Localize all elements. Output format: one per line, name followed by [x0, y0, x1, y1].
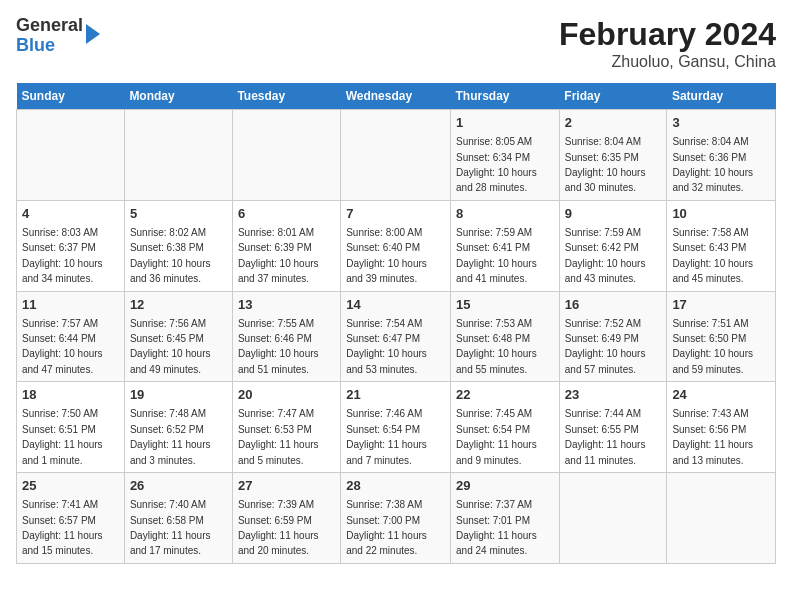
- calendar-table: SundayMondayTuesdayWednesdayThursdayFrid…: [16, 83, 776, 564]
- calendar-cell: 9Sunrise: 7:59 AM Sunset: 6:42 PM Daylig…: [559, 200, 667, 291]
- calendar-cell: 6Sunrise: 8:01 AM Sunset: 6:39 PM Daylig…: [232, 200, 340, 291]
- calendar-cell: [559, 473, 667, 564]
- day-number: 11: [22, 296, 119, 314]
- page-header: General Blue February 2024 Zhuoluo, Gans…: [16, 16, 776, 71]
- calendar-cell: [124, 110, 232, 201]
- weekday-header-monday: Monday: [124, 83, 232, 110]
- calendar-cell: 4Sunrise: 8:03 AM Sunset: 6:37 PM Daylig…: [17, 200, 125, 291]
- title-block: February 2024 Zhuoluo, Gansu, China: [559, 16, 776, 71]
- calendar-cell: 18Sunrise: 7:50 AM Sunset: 6:51 PM Dayli…: [17, 382, 125, 473]
- day-number: 5: [130, 205, 227, 223]
- calendar-cell: 10Sunrise: 7:58 AM Sunset: 6:43 PM Dayli…: [667, 200, 776, 291]
- day-number: 22: [456, 386, 554, 404]
- day-info: Sunrise: 7:47 AM Sunset: 6:53 PM Dayligh…: [238, 408, 319, 465]
- calendar-cell: [341, 110, 451, 201]
- day-number: 18: [22, 386, 119, 404]
- day-info: Sunrise: 8:04 AM Sunset: 6:36 PM Dayligh…: [672, 136, 753, 193]
- day-info: Sunrise: 7:59 AM Sunset: 6:41 PM Dayligh…: [456, 227, 537, 284]
- day-number: 15: [456, 296, 554, 314]
- calendar-cell: 29Sunrise: 7:37 AM Sunset: 7:01 PM Dayli…: [451, 473, 560, 564]
- day-number: 24: [672, 386, 770, 404]
- day-number: 3: [672, 114, 770, 132]
- calendar-cell: 17Sunrise: 7:51 AM Sunset: 6:50 PM Dayli…: [667, 291, 776, 382]
- day-info: Sunrise: 8:00 AM Sunset: 6:40 PM Dayligh…: [346, 227, 427, 284]
- calendar-body: 1Sunrise: 8:05 AM Sunset: 6:34 PM Daylig…: [17, 110, 776, 564]
- calendar-cell: 8Sunrise: 7:59 AM Sunset: 6:41 PM Daylig…: [451, 200, 560, 291]
- day-number: 10: [672, 205, 770, 223]
- calendar-cell: 7Sunrise: 8:00 AM Sunset: 6:40 PM Daylig…: [341, 200, 451, 291]
- day-number: 12: [130, 296, 227, 314]
- day-number: 1: [456, 114, 554, 132]
- calendar-cell: 11Sunrise: 7:57 AM Sunset: 6:44 PM Dayli…: [17, 291, 125, 382]
- calendar-subtitle: Zhuoluo, Gansu, China: [559, 53, 776, 71]
- calendar-cell: 2Sunrise: 8:04 AM Sunset: 6:35 PM Daylig…: [559, 110, 667, 201]
- day-number: 29: [456, 477, 554, 495]
- day-number: 9: [565, 205, 662, 223]
- calendar-week-1: 1Sunrise: 8:05 AM Sunset: 6:34 PM Daylig…: [17, 110, 776, 201]
- calendar-cell: 24Sunrise: 7:43 AM Sunset: 6:56 PM Dayli…: [667, 382, 776, 473]
- calendar-header: SundayMondayTuesdayWednesdayThursdayFrid…: [17, 83, 776, 110]
- day-number: 8: [456, 205, 554, 223]
- calendar-cell: 19Sunrise: 7:48 AM Sunset: 6:52 PM Dayli…: [124, 382, 232, 473]
- weekday-header-friday: Friday: [559, 83, 667, 110]
- logo: General Blue: [16, 16, 100, 56]
- day-number: 14: [346, 296, 445, 314]
- day-number: 6: [238, 205, 335, 223]
- logo-arrow-icon: [86, 24, 100, 44]
- weekday-header-thursday: Thursday: [451, 83, 560, 110]
- day-number: 23: [565, 386, 662, 404]
- day-info: Sunrise: 7:43 AM Sunset: 6:56 PM Dayligh…: [672, 408, 753, 465]
- calendar-cell: 14Sunrise: 7:54 AM Sunset: 6:47 PM Dayli…: [341, 291, 451, 382]
- day-number: 4: [22, 205, 119, 223]
- logo-text: General Blue: [16, 16, 83, 56]
- day-info: Sunrise: 7:56 AM Sunset: 6:45 PM Dayligh…: [130, 318, 211, 375]
- calendar-week-3: 11Sunrise: 7:57 AM Sunset: 6:44 PM Dayli…: [17, 291, 776, 382]
- weekday-header-sunday: Sunday: [17, 83, 125, 110]
- day-number: 19: [130, 386, 227, 404]
- day-info: Sunrise: 7:57 AM Sunset: 6:44 PM Dayligh…: [22, 318, 103, 375]
- calendar-cell: 5Sunrise: 8:02 AM Sunset: 6:38 PM Daylig…: [124, 200, 232, 291]
- calendar-week-2: 4Sunrise: 8:03 AM Sunset: 6:37 PM Daylig…: [17, 200, 776, 291]
- calendar-cell: 22Sunrise: 7:45 AM Sunset: 6:54 PM Dayli…: [451, 382, 560, 473]
- day-info: Sunrise: 7:38 AM Sunset: 7:00 PM Dayligh…: [346, 499, 427, 556]
- day-info: Sunrise: 7:46 AM Sunset: 6:54 PM Dayligh…: [346, 408, 427, 465]
- calendar-cell: [667, 473, 776, 564]
- day-number: 17: [672, 296, 770, 314]
- calendar-cell: 1Sunrise: 8:05 AM Sunset: 6:34 PM Daylig…: [451, 110, 560, 201]
- calendar-cell: 13Sunrise: 7:55 AM Sunset: 6:46 PM Dayli…: [232, 291, 340, 382]
- day-info: Sunrise: 8:03 AM Sunset: 6:37 PM Dayligh…: [22, 227, 103, 284]
- day-number: 2: [565, 114, 662, 132]
- calendar-cell: 27Sunrise: 7:39 AM Sunset: 6:59 PM Dayli…: [232, 473, 340, 564]
- calendar-cell: 21Sunrise: 7:46 AM Sunset: 6:54 PM Dayli…: [341, 382, 451, 473]
- day-info: Sunrise: 7:41 AM Sunset: 6:57 PM Dayligh…: [22, 499, 103, 556]
- day-number: 27: [238, 477, 335, 495]
- day-info: Sunrise: 8:05 AM Sunset: 6:34 PM Dayligh…: [456, 136, 537, 193]
- day-info: Sunrise: 8:04 AM Sunset: 6:35 PM Dayligh…: [565, 136, 646, 193]
- day-number: 28: [346, 477, 445, 495]
- weekday-header-saturday: Saturday: [667, 83, 776, 110]
- day-info: Sunrise: 7:44 AM Sunset: 6:55 PM Dayligh…: [565, 408, 646, 465]
- day-info: Sunrise: 7:48 AM Sunset: 6:52 PM Dayligh…: [130, 408, 211, 465]
- weekday-header-tuesday: Tuesday: [232, 83, 340, 110]
- day-info: Sunrise: 7:55 AM Sunset: 6:46 PM Dayligh…: [238, 318, 319, 375]
- day-info: Sunrise: 7:45 AM Sunset: 6:54 PM Dayligh…: [456, 408, 537, 465]
- day-info: Sunrise: 7:50 AM Sunset: 6:51 PM Dayligh…: [22, 408, 103, 465]
- calendar-cell: 16Sunrise: 7:52 AM Sunset: 6:49 PM Dayli…: [559, 291, 667, 382]
- day-info: Sunrise: 7:52 AM Sunset: 6:49 PM Dayligh…: [565, 318, 646, 375]
- calendar-week-5: 25Sunrise: 7:41 AM Sunset: 6:57 PM Dayli…: [17, 473, 776, 564]
- calendar-cell: [232, 110, 340, 201]
- calendar-week-4: 18Sunrise: 7:50 AM Sunset: 6:51 PM Dayli…: [17, 382, 776, 473]
- calendar-cell: 15Sunrise: 7:53 AM Sunset: 6:48 PM Dayli…: [451, 291, 560, 382]
- day-number: 20: [238, 386, 335, 404]
- weekday-header-row: SundayMondayTuesdayWednesdayThursdayFrid…: [17, 83, 776, 110]
- calendar-cell: [17, 110, 125, 201]
- day-number: 26: [130, 477, 227, 495]
- day-info: Sunrise: 7:59 AM Sunset: 6:42 PM Dayligh…: [565, 227, 646, 284]
- day-info: Sunrise: 7:58 AM Sunset: 6:43 PM Dayligh…: [672, 227, 753, 284]
- day-info: Sunrise: 7:40 AM Sunset: 6:58 PM Dayligh…: [130, 499, 211, 556]
- calendar-cell: 26Sunrise: 7:40 AM Sunset: 6:58 PM Dayli…: [124, 473, 232, 564]
- day-number: 25: [22, 477, 119, 495]
- day-info: Sunrise: 8:01 AM Sunset: 6:39 PM Dayligh…: [238, 227, 319, 284]
- day-number: 13: [238, 296, 335, 314]
- calendar-cell: 23Sunrise: 7:44 AM Sunset: 6:55 PM Dayli…: [559, 382, 667, 473]
